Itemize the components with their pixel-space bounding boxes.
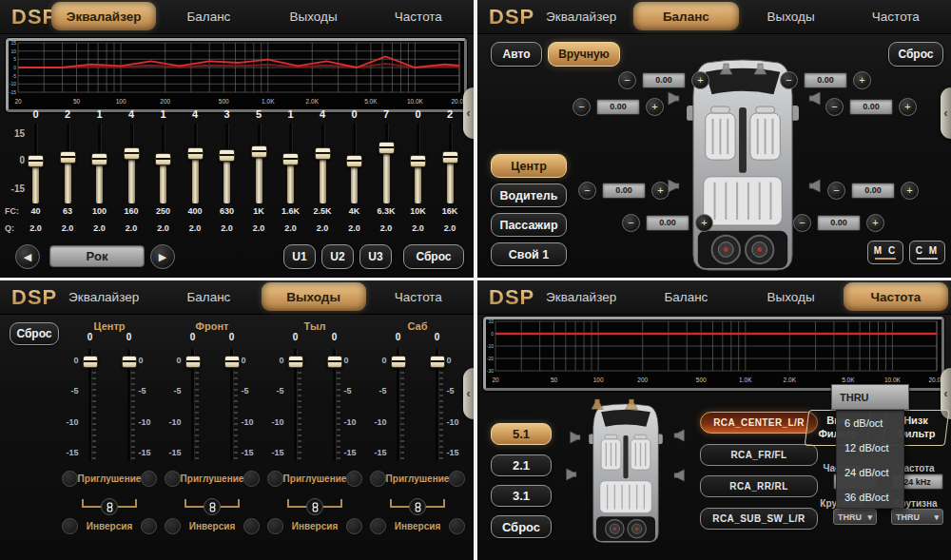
- balance-delay-value[interactable]: 0.00: [602, 183, 646, 199]
- eq-band-slider-handle[interactable]: [155, 153, 171, 165]
- unit-mc-button[interactable]: M C: [867, 241, 903, 264]
- tab-equalizer[interactable]: Эквалайзер: [51, 2, 156, 30]
- invert-toggle-right[interactable]: [346, 518, 362, 534]
- tab-balance[interactable]: Баланс: [156, 2, 261, 30]
- eq-reset-button[interactable]: Сброс: [403, 244, 464, 269]
- output-slider-handle[interactable]: [122, 356, 137, 368]
- eq-band-slider-handle[interactable]: [187, 147, 204, 160]
- balance-minus-button[interactable]: −: [578, 182, 596, 200]
- eq-memory-button-u1[interactable]: U1: [283, 244, 316, 269]
- position-button-3[interactable]: Пассажир: [491, 213, 567, 237]
- crossover-reset-button[interactable]: Сброс: [491, 515, 552, 538]
- output-slider-handle[interactable]: [185, 356, 201, 368]
- link-channels-button[interactable]: [101, 498, 118, 515]
- balance-plus-button[interactable]: +: [646, 98, 664, 116]
- eq-band-slider-handle[interactable]: [282, 153, 299, 165]
- mode-button-2-1[interactable]: 2.1: [491, 454, 552, 476]
- position-button-1[interactable]: Центр: [491, 154, 567, 178]
- balance-auto-button[interactable]: Авто: [491, 42, 542, 67]
- balance-delay-value[interactable]: 0.00: [849, 99, 893, 115]
- tab-equalizer[interactable]: Эквалайзер: [529, 282, 633, 311]
- balance-reset-button[interactable]: Сброс: [888, 42, 943, 67]
- mode-button-5-1[interactable]: 5.1: [491, 423, 552, 445]
- balance-plus-button[interactable]: +: [853, 71, 871, 89]
- slope-option-0[interactable]: 6 dB/oct: [837, 411, 903, 435]
- lp-slope-select[interactable]: THRU ▾: [891, 509, 943, 525]
- tab-balance[interactable]: Баланс: [156, 282, 261, 311]
- slope-option-3[interactable]: 36 dB/oct: [837, 485, 903, 510]
- mute-toggle-right[interactable]: [243, 471, 260, 487]
- invert-toggle-right[interactable]: [141, 518, 157, 534]
- balance-delay-value[interactable]: 0.00: [596, 99, 640, 115]
- link-channels-button[interactable]: [306, 498, 323, 515]
- balance-plus-button[interactable]: +: [691, 71, 709, 89]
- balance-delay-value[interactable]: 0.00: [851, 183, 895, 199]
- balance-delay-value[interactable]: 0.00: [817, 215, 861, 231]
- output-slider-handle[interactable]: [327, 356, 342, 368]
- slope-dropdown-selected[interactable]: THRU: [831, 384, 909, 410]
- slope-option-2[interactable]: 24 dB/oct: [837, 460, 903, 485]
- tab-outputs[interactable]: Выходы: [739, 2, 844, 30]
- panel-edge-handle[interactable]: ‹: [463, 87, 474, 139]
- balance-plus-button[interactable]: +: [866, 214, 884, 232]
- tab-balance[interactable]: Баланс: [633, 282, 738, 311]
- output-slider-handle[interactable]: [430, 356, 445, 368]
- position-button-2[interactable]: Водитель: [491, 183, 567, 207]
- hp-slope-select[interactable]: THRU ▾: [833, 509, 877, 525]
- balance-minus-button[interactable]: −: [825, 98, 844, 116]
- preset-next-button[interactable]: ▶: [150, 244, 175, 269]
- outputs-reset-button[interactable]: Сброс: [10, 322, 59, 345]
- link-channels-button[interactable]: [204, 498, 221, 515]
- balance-delay-value[interactable]: 0.00: [642, 72, 686, 88]
- balance-minus-button[interactable]: −: [573, 98, 591, 116]
- rca-channel-button-0[interactable]: RCA_CENTER_L/R: [700, 412, 818, 434]
- eq-band-slider-handle[interactable]: [124, 147, 140, 160]
- mute-toggle-right[interactable]: [141, 471, 157, 487]
- tab-balance[interactable]: Баланс: [633, 2, 738, 30]
- position-button-4[interactable]: Свой 1: [491, 242, 567, 266]
- mute-toggle-right[interactable]: [449, 471, 465, 487]
- tab-frequency[interactable]: Частота: [844, 282, 948, 311]
- eq-band-slider-handle[interactable]: [442, 151, 458, 164]
- balance-minus-button[interactable]: −: [780, 71, 798, 89]
- panel-edge-handle[interactable]: ‹: [941, 87, 951, 139]
- balance-minus-button[interactable]: −: [827, 182, 845, 200]
- balance-delay-value[interactable]: 0.00: [646, 215, 689, 231]
- balance-manual-button[interactable]: Вручную: [548, 42, 620, 67]
- tab-outputs[interactable]: Выходы: [262, 2, 366, 30]
- output-slider-handle[interactable]: [224, 356, 240, 368]
- eq-band-slider-handle[interactable]: [60, 151, 76, 164]
- eq-band-slider-handle[interactable]: [219, 149, 235, 162]
- tab-frequency[interactable]: Частота: [366, 2, 471, 30]
- link-channels-button[interactable]: [409, 498, 426, 515]
- output-slider-handle[interactable]: [288, 356, 303, 368]
- invert-toggle-right[interactable]: [243, 518, 260, 534]
- eq-band-slider-handle[interactable]: [410, 155, 426, 167]
- balance-delay-value[interactable]: 0.00: [804, 72, 847, 88]
- rca-channel-button-3[interactable]: RCA_SUB_SW_L/R: [700, 508, 818, 530]
- rca-channel-button-1[interactable]: RCA_FR/FL: [700, 444, 818, 466]
- invert-toggle-right[interactable]: [449, 518, 465, 534]
- eq-band-slider-handle[interactable]: [346, 155, 362, 167]
- tab-frequency[interactable]: Частота: [366, 282, 471, 311]
- mode-button-3-1[interactable]: 3.1: [491, 485, 552, 507]
- output-slider-handle[interactable]: [391, 356, 406, 368]
- tab-frequency[interactable]: Частота: [844, 2, 948, 30]
- balance-minus-button[interactable]: −: [622, 214, 640, 232]
- mute-toggle-right[interactable]: [346, 471, 362, 487]
- eq-memory-button-u3[interactable]: U3: [359, 244, 392, 269]
- tab-equalizer[interactable]: Эквалайзер: [529, 2, 633, 30]
- eq-memory-button-u2[interactable]: U2: [321, 244, 354, 269]
- tab-outputs[interactable]: Выходы: [262, 282, 366, 311]
- slope-option-1[interactable]: 12 dB/oct: [837, 435, 903, 460]
- eq-band-slider-handle[interactable]: [251, 145, 267, 158]
- eq-band-slider-handle[interactable]: [91, 153, 107, 165]
- output-slider-handle[interactable]: [83, 356, 98, 368]
- balance-minus-button[interactable]: −: [793, 214, 811, 232]
- eq-band-slider-handle[interactable]: [315, 147, 331, 160]
- preset-display[interactable]: Рок: [49, 245, 145, 267]
- unit-cm-button[interactable]: C M: [909, 241, 945, 264]
- balance-plus-button[interactable]: +: [899, 98, 917, 116]
- balance-plus-button[interactable]: +: [695, 214, 713, 232]
- rca-channel-button-2[interactable]: RCA_RR/RL: [700, 475, 818, 497]
